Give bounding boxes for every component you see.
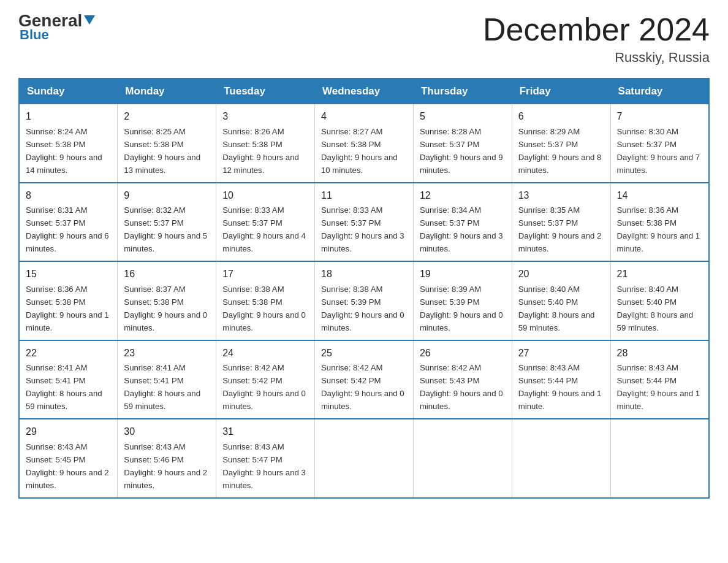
day-number: 9 xyxy=(124,188,210,204)
day-number: 21 xyxy=(617,267,702,282)
day-cell-22: 22Sunrise: 8:41 AMSunset: 5:41 PMDayligh… xyxy=(19,340,118,419)
day-cell-10: 10Sunrise: 8:33 AMSunset: 5:37 PMDayligh… xyxy=(216,183,315,261)
day-number: 10 xyxy=(222,188,308,204)
day-cell-6: 6Sunrise: 8:29 AMSunset: 5:37 PMDaylight… xyxy=(512,104,610,183)
week-row-4: 22Sunrise: 8:41 AMSunset: 5:41 PMDayligh… xyxy=(19,340,709,419)
day-number: 29 xyxy=(26,424,111,440)
weekday-header-sunday: Sunday xyxy=(19,79,118,104)
day-cell-19: 19Sunrise: 8:39 AMSunset: 5:39 PMDayligh… xyxy=(413,261,512,340)
day-cell-31: 31Sunrise: 8:43 AMSunset: 5:47 PMDayligh… xyxy=(216,419,315,497)
day-number: 4 xyxy=(321,109,407,124)
day-number: 3 xyxy=(222,109,308,124)
day-info: Sunrise: 8:43 AMSunset: 5:44 PMDaylight:… xyxy=(518,363,602,411)
day-number: 22 xyxy=(26,346,111,361)
day-cell-4: 4Sunrise: 8:27 AMSunset: 5:38 PMDaylight… xyxy=(315,104,414,183)
day-cell-8: 8Sunrise: 8:31 AMSunset: 5:37 PMDaylight… xyxy=(19,183,118,261)
logo: General Blue xyxy=(18,12,95,43)
day-number: 31 xyxy=(222,424,308,440)
day-cell-15: 15Sunrise: 8:36 AMSunset: 5:38 PMDayligh… xyxy=(19,261,118,340)
day-number: 16 xyxy=(124,267,210,282)
day-cell-29: 29Sunrise: 8:43 AMSunset: 5:45 PMDayligh… xyxy=(19,419,118,497)
day-info: Sunrise: 8:26 AMSunset: 5:38 PMDaylight:… xyxy=(222,127,299,175)
day-cell-24: 24Sunrise: 8:42 AMSunset: 5:42 PMDayligh… xyxy=(216,340,315,419)
day-number: 28 xyxy=(617,346,702,361)
day-info: Sunrise: 8:29 AMSunset: 5:37 PMDaylight:… xyxy=(518,127,602,175)
day-cell-27: 27Sunrise: 8:43 AMSunset: 5:44 PMDayligh… xyxy=(512,340,610,419)
day-cell-16: 16Sunrise: 8:37 AMSunset: 5:38 PMDayligh… xyxy=(118,261,216,340)
day-number: 6 xyxy=(518,109,604,124)
calendar-table: SundayMondayTuesdayWednesdayThursdayFrid… xyxy=(18,78,710,498)
day-cell-17: 17Sunrise: 8:38 AMSunset: 5:38 PMDayligh… xyxy=(216,261,315,340)
day-cell-7: 7Sunrise: 8:30 AMSunset: 5:37 PMDaylight… xyxy=(610,104,709,183)
day-number: 11 xyxy=(321,188,407,204)
empty-cell xyxy=(512,419,610,497)
day-number: 1 xyxy=(26,109,111,124)
day-cell-13: 13Sunrise: 8:35 AMSunset: 5:37 PMDayligh… xyxy=(512,183,610,261)
weekday-header-tuesday: Tuesday xyxy=(216,79,315,104)
day-number: 25 xyxy=(321,346,407,361)
day-cell-18: 18Sunrise: 8:38 AMSunset: 5:39 PMDayligh… xyxy=(315,261,414,340)
day-cell-3: 3Sunrise: 8:26 AMSunset: 5:38 PMDaylight… xyxy=(216,104,315,183)
week-row-5: 29Sunrise: 8:43 AMSunset: 5:45 PMDayligh… xyxy=(19,419,709,497)
day-number: 27 xyxy=(518,346,604,361)
day-info: Sunrise: 8:31 AMSunset: 5:37 PMDaylight:… xyxy=(26,205,109,253)
day-info: Sunrise: 8:43 AMSunset: 5:47 PMDaylight:… xyxy=(222,442,306,490)
day-info: Sunrise: 8:43 AMSunset: 5:44 PMDaylight:… xyxy=(617,363,700,411)
day-cell-14: 14Sunrise: 8:36 AMSunset: 5:38 PMDayligh… xyxy=(610,183,709,261)
day-cell-30: 30Sunrise: 8:43 AMSunset: 5:46 PMDayligh… xyxy=(118,419,216,497)
day-info: Sunrise: 8:41 AMSunset: 5:41 PMDaylight:… xyxy=(124,363,200,411)
day-info: Sunrise: 8:41 AMSunset: 5:41 PMDaylight:… xyxy=(26,363,102,411)
empty-cell xyxy=(413,419,512,497)
day-cell-21: 21Sunrise: 8:40 AMSunset: 5:40 PMDayligh… xyxy=(610,261,709,340)
weekday-header-friday: Friday xyxy=(512,79,610,104)
weekday-header-wednesday: Wednesday xyxy=(315,79,414,104)
day-info: Sunrise: 8:27 AMSunset: 5:38 PMDaylight:… xyxy=(321,127,398,175)
weekday-row: SundayMondayTuesdayWednesdayThursdayFrid… xyxy=(19,79,709,104)
day-info: Sunrise: 8:28 AMSunset: 5:37 PMDaylight:… xyxy=(420,127,503,175)
month-title: December 2024 xyxy=(483,12,710,47)
day-info: Sunrise: 8:42 AMSunset: 5:43 PMDaylight:… xyxy=(420,363,503,411)
day-number: 24 xyxy=(222,346,308,361)
day-info: Sunrise: 8:32 AMSunset: 5:37 PMDaylight:… xyxy=(124,205,207,253)
day-number: 23 xyxy=(124,346,210,361)
week-row-1: 1Sunrise: 8:24 AMSunset: 5:38 PMDaylight… xyxy=(19,104,709,183)
day-info: Sunrise: 8:39 AMSunset: 5:39 PMDaylight:… xyxy=(420,285,503,332)
day-cell-25: 25Sunrise: 8:42 AMSunset: 5:42 PMDayligh… xyxy=(315,340,414,419)
day-number: 30 xyxy=(124,424,210,440)
day-info: Sunrise: 8:25 AMSunset: 5:38 PMDaylight:… xyxy=(124,127,200,175)
day-number: 12 xyxy=(420,188,506,204)
calendar-body: 1Sunrise: 8:24 AMSunset: 5:38 PMDaylight… xyxy=(19,104,709,498)
day-number: 15 xyxy=(26,267,111,282)
day-number: 13 xyxy=(518,188,604,204)
page-header: General Blue December 2024 Russkiy, Russ… xyxy=(18,12,710,66)
day-number: 5 xyxy=(420,109,506,124)
day-info: Sunrise: 8:36 AMSunset: 5:38 PMDaylight:… xyxy=(26,285,109,332)
day-number: 2 xyxy=(124,109,210,124)
day-info: Sunrise: 8:40 AMSunset: 5:40 PMDaylight:… xyxy=(518,285,595,332)
empty-cell xyxy=(610,419,709,497)
week-row-3: 15Sunrise: 8:36 AMSunset: 5:38 PMDayligh… xyxy=(19,261,709,340)
day-cell-2: 2Sunrise: 8:25 AMSunset: 5:38 PMDaylight… xyxy=(118,104,216,183)
day-cell-26: 26Sunrise: 8:42 AMSunset: 5:43 PMDayligh… xyxy=(413,340,512,419)
day-info: Sunrise: 8:38 AMSunset: 5:39 PMDaylight:… xyxy=(321,285,404,332)
day-number: 19 xyxy=(420,267,506,282)
day-info: Sunrise: 8:43 AMSunset: 5:45 PMDaylight:… xyxy=(26,442,109,490)
day-info: Sunrise: 8:24 AMSunset: 5:38 PMDaylight:… xyxy=(26,127,102,175)
day-info: Sunrise: 8:35 AMSunset: 5:37 PMDaylight:… xyxy=(518,205,602,253)
day-info: Sunrise: 8:30 AMSunset: 5:37 PMDaylight:… xyxy=(617,127,700,175)
day-info: Sunrise: 8:37 AMSunset: 5:38 PMDaylight:… xyxy=(124,285,207,332)
day-number: 18 xyxy=(321,267,407,282)
day-cell-9: 9Sunrise: 8:32 AMSunset: 5:37 PMDaylight… xyxy=(118,183,216,261)
day-number: 17 xyxy=(222,267,308,282)
weekday-header-thursday: Thursday xyxy=(413,79,512,104)
day-cell-28: 28Sunrise: 8:43 AMSunset: 5:44 PMDayligh… xyxy=(610,340,709,419)
empty-cell xyxy=(315,419,414,497)
calendar-header: SundayMondayTuesdayWednesdayThursdayFrid… xyxy=(19,79,709,104)
day-info: Sunrise: 8:33 AMSunset: 5:37 PMDaylight:… xyxy=(222,205,306,253)
day-info: Sunrise: 8:34 AMSunset: 5:37 PMDaylight:… xyxy=(420,205,503,253)
day-info: Sunrise: 8:36 AMSunset: 5:38 PMDaylight:… xyxy=(617,205,700,253)
day-info: Sunrise: 8:33 AMSunset: 5:37 PMDaylight:… xyxy=(321,205,404,253)
day-cell-11: 11Sunrise: 8:33 AMSunset: 5:37 PMDayligh… xyxy=(315,183,414,261)
weekday-header-monday: Monday xyxy=(118,79,216,104)
location: Russkiy, Russia xyxy=(483,50,710,66)
